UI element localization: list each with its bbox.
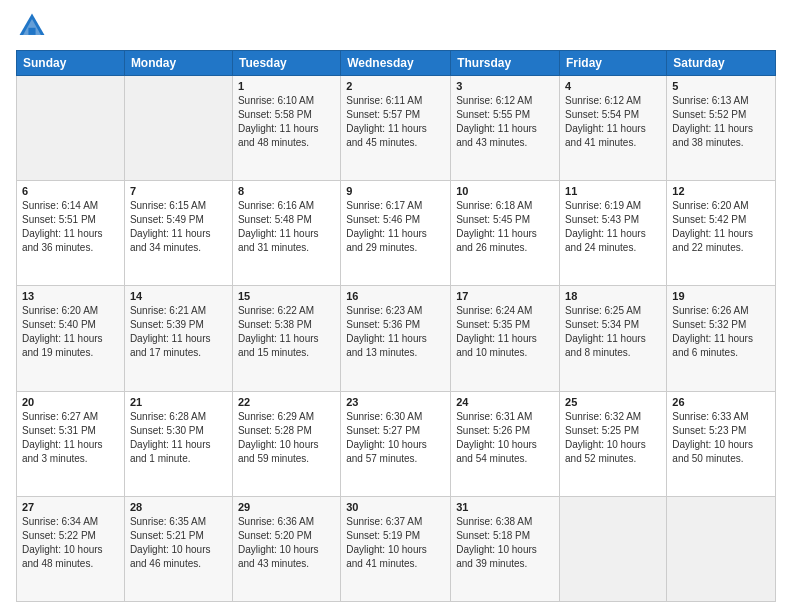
calendar-header-day: Sunday	[17, 51, 125, 76]
day-number: 12	[672, 185, 770, 197]
calendar-day-cell: 21 Sunrise: 6:28 AMSunset: 5:30 PMDaylig…	[124, 391, 232, 496]
calendar-day-cell: 28 Sunrise: 6:35 AMSunset: 5:21 PMDaylig…	[124, 496, 232, 601]
day-number: 31	[456, 501, 554, 513]
calendar-header-row: SundayMondayTuesdayWednesdayThursdayFrid…	[17, 51, 776, 76]
day-info: Sunrise: 6:34 AMSunset: 5:22 PMDaylight:…	[22, 515, 119, 571]
calendar-header-day: Tuesday	[232, 51, 340, 76]
day-number: 9	[346, 185, 445, 197]
calendar-day-cell: 17 Sunrise: 6:24 AMSunset: 5:35 PMDaylig…	[451, 286, 560, 391]
day-number: 23	[346, 396, 445, 408]
calendar-day-cell: 23 Sunrise: 6:30 AMSunset: 5:27 PMDaylig…	[341, 391, 451, 496]
day-info: Sunrise: 6:20 AMSunset: 5:42 PMDaylight:…	[672, 199, 770, 255]
day-number: 14	[130, 290, 227, 302]
day-number: 30	[346, 501, 445, 513]
calendar-week-row: 1 Sunrise: 6:10 AMSunset: 5:58 PMDayligh…	[17, 76, 776, 181]
calendar-header-day: Saturday	[667, 51, 776, 76]
day-number: 25	[565, 396, 661, 408]
day-number: 3	[456, 80, 554, 92]
day-number: 17	[456, 290, 554, 302]
calendar-day-cell: 13 Sunrise: 6:20 AMSunset: 5:40 PMDaylig…	[17, 286, 125, 391]
calendar-week-row: 20 Sunrise: 6:27 AMSunset: 5:31 PMDaylig…	[17, 391, 776, 496]
day-info: Sunrise: 6:28 AMSunset: 5:30 PMDaylight:…	[130, 410, 227, 466]
calendar-day-cell: 8 Sunrise: 6:16 AMSunset: 5:48 PMDayligh…	[232, 181, 340, 286]
logo	[16, 10, 52, 42]
day-info: Sunrise: 6:12 AMSunset: 5:55 PMDaylight:…	[456, 94, 554, 150]
day-info: Sunrise: 6:32 AMSunset: 5:25 PMDaylight:…	[565, 410, 661, 466]
calendar-day-cell: 4 Sunrise: 6:12 AMSunset: 5:54 PMDayligh…	[560, 76, 667, 181]
calendar-day-cell: 7 Sunrise: 6:15 AMSunset: 5:49 PMDayligh…	[124, 181, 232, 286]
calendar-header-day: Friday	[560, 51, 667, 76]
calendar-day-cell: 18 Sunrise: 6:25 AMSunset: 5:34 PMDaylig…	[560, 286, 667, 391]
day-number: 27	[22, 501, 119, 513]
day-info: Sunrise: 6:16 AMSunset: 5:48 PMDaylight:…	[238, 199, 335, 255]
day-number: 19	[672, 290, 770, 302]
day-info: Sunrise: 6:21 AMSunset: 5:39 PMDaylight:…	[130, 304, 227, 360]
calendar-day-cell: 12 Sunrise: 6:20 AMSunset: 5:42 PMDaylig…	[667, 181, 776, 286]
day-number: 4	[565, 80, 661, 92]
calendar-day-cell	[667, 496, 776, 601]
day-info: Sunrise: 6:27 AMSunset: 5:31 PMDaylight:…	[22, 410, 119, 466]
day-number: 21	[130, 396, 227, 408]
calendar-day-cell: 10 Sunrise: 6:18 AMSunset: 5:45 PMDaylig…	[451, 181, 560, 286]
day-number: 5	[672, 80, 770, 92]
day-number: 26	[672, 396, 770, 408]
calendar-day-cell	[560, 496, 667, 601]
calendar-day-cell: 20 Sunrise: 6:27 AMSunset: 5:31 PMDaylig…	[17, 391, 125, 496]
logo-icon	[16, 10, 48, 42]
day-info: Sunrise: 6:17 AMSunset: 5:46 PMDaylight:…	[346, 199, 445, 255]
calendar-week-row: 6 Sunrise: 6:14 AMSunset: 5:51 PMDayligh…	[17, 181, 776, 286]
calendar-week-row: 13 Sunrise: 6:20 AMSunset: 5:40 PMDaylig…	[17, 286, 776, 391]
calendar-day-cell: 5 Sunrise: 6:13 AMSunset: 5:52 PMDayligh…	[667, 76, 776, 181]
page-header	[16, 10, 776, 42]
calendar-day-cell: 11 Sunrise: 6:19 AMSunset: 5:43 PMDaylig…	[560, 181, 667, 286]
day-info: Sunrise: 6:19 AMSunset: 5:43 PMDaylight:…	[565, 199, 661, 255]
day-info: Sunrise: 6:29 AMSunset: 5:28 PMDaylight:…	[238, 410, 335, 466]
day-info: Sunrise: 6:33 AMSunset: 5:23 PMDaylight:…	[672, 410, 770, 466]
calendar-week-row: 27 Sunrise: 6:34 AMSunset: 5:22 PMDaylig…	[17, 496, 776, 601]
day-info: Sunrise: 6:14 AMSunset: 5:51 PMDaylight:…	[22, 199, 119, 255]
day-number: 1	[238, 80, 335, 92]
calendar-day-cell: 25 Sunrise: 6:32 AMSunset: 5:25 PMDaylig…	[560, 391, 667, 496]
calendar-day-cell: 9 Sunrise: 6:17 AMSunset: 5:46 PMDayligh…	[341, 181, 451, 286]
calendar-day-cell: 27 Sunrise: 6:34 AMSunset: 5:22 PMDaylig…	[17, 496, 125, 601]
day-number: 8	[238, 185, 335, 197]
calendar-table: SundayMondayTuesdayWednesdayThursdayFrid…	[16, 50, 776, 602]
day-info: Sunrise: 6:31 AMSunset: 5:26 PMDaylight:…	[456, 410, 554, 466]
calendar-day-cell: 29 Sunrise: 6:36 AMSunset: 5:20 PMDaylig…	[232, 496, 340, 601]
day-info: Sunrise: 6:15 AMSunset: 5:49 PMDaylight:…	[130, 199, 227, 255]
calendar-day-cell: 16 Sunrise: 6:23 AMSunset: 5:36 PMDaylig…	[341, 286, 451, 391]
calendar-header-day: Wednesday	[341, 51, 451, 76]
day-number: 15	[238, 290, 335, 302]
calendar-day-cell	[17, 76, 125, 181]
day-info: Sunrise: 6:12 AMSunset: 5:54 PMDaylight:…	[565, 94, 661, 150]
calendar-day-cell: 26 Sunrise: 6:33 AMSunset: 5:23 PMDaylig…	[667, 391, 776, 496]
day-number: 20	[22, 396, 119, 408]
day-number: 7	[130, 185, 227, 197]
day-info: Sunrise: 6:30 AMSunset: 5:27 PMDaylight:…	[346, 410, 445, 466]
svg-rect-2	[28, 28, 35, 35]
day-info: Sunrise: 6:18 AMSunset: 5:45 PMDaylight:…	[456, 199, 554, 255]
day-info: Sunrise: 6:22 AMSunset: 5:38 PMDaylight:…	[238, 304, 335, 360]
calendar-day-cell: 3 Sunrise: 6:12 AMSunset: 5:55 PMDayligh…	[451, 76, 560, 181]
day-number: 24	[456, 396, 554, 408]
day-info: Sunrise: 6:10 AMSunset: 5:58 PMDaylight:…	[238, 94, 335, 150]
day-info: Sunrise: 6:26 AMSunset: 5:32 PMDaylight:…	[672, 304, 770, 360]
day-info: Sunrise: 6:23 AMSunset: 5:36 PMDaylight:…	[346, 304, 445, 360]
calendar-day-cell: 15 Sunrise: 6:22 AMSunset: 5:38 PMDaylig…	[232, 286, 340, 391]
day-info: Sunrise: 6:35 AMSunset: 5:21 PMDaylight:…	[130, 515, 227, 571]
day-number: 28	[130, 501, 227, 513]
day-number: 16	[346, 290, 445, 302]
calendar-day-cell: 24 Sunrise: 6:31 AMSunset: 5:26 PMDaylig…	[451, 391, 560, 496]
day-number: 18	[565, 290, 661, 302]
day-info: Sunrise: 6:37 AMSunset: 5:19 PMDaylight:…	[346, 515, 445, 571]
day-number: 13	[22, 290, 119, 302]
calendar-day-cell: 19 Sunrise: 6:26 AMSunset: 5:32 PMDaylig…	[667, 286, 776, 391]
day-info: Sunrise: 6:24 AMSunset: 5:35 PMDaylight:…	[456, 304, 554, 360]
day-number: 6	[22, 185, 119, 197]
day-info: Sunrise: 6:20 AMSunset: 5:40 PMDaylight:…	[22, 304, 119, 360]
day-info: Sunrise: 6:38 AMSunset: 5:18 PMDaylight:…	[456, 515, 554, 571]
calendar-day-cell: 6 Sunrise: 6:14 AMSunset: 5:51 PMDayligh…	[17, 181, 125, 286]
day-info: Sunrise: 6:25 AMSunset: 5:34 PMDaylight:…	[565, 304, 661, 360]
calendar-day-cell: 2 Sunrise: 6:11 AMSunset: 5:57 PMDayligh…	[341, 76, 451, 181]
calendar-day-cell	[124, 76, 232, 181]
